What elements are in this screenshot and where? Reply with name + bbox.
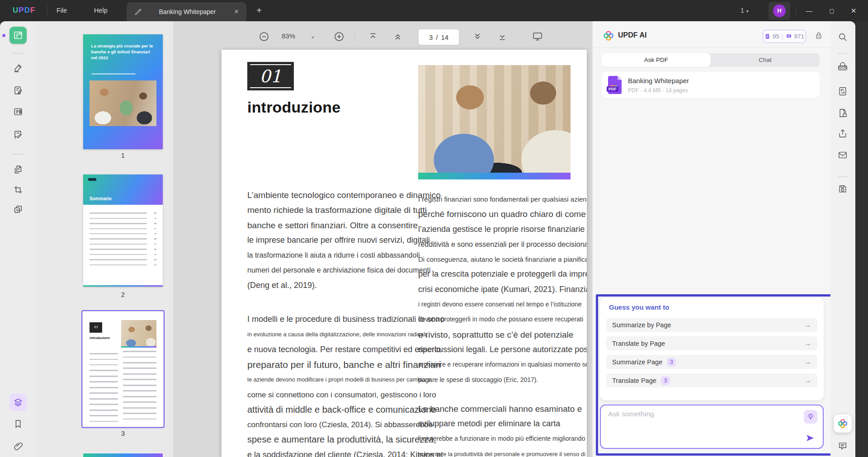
forms-icon bbox=[13, 107, 23, 117]
maximize-button[interactable]: ▢ bbox=[825, 4, 839, 18]
divider bbox=[47, 6, 47, 15]
first-page-button[interactable] bbox=[367, 30, 379, 43]
updf-ai-panel: UPDF AI 95 | 971 Ask PDF Chat PDF bbox=[592, 21, 831, 457]
layers-icon bbox=[13, 397, 23, 407]
save-button[interactable] bbox=[836, 183, 849, 195]
divider bbox=[13, 53, 24, 54]
sidebar-edit-button[interactable] bbox=[9, 82, 27, 99]
text-line: I modelli e le procedure di business tra… bbox=[247, 312, 412, 327]
presentation-mode-button[interactable] bbox=[531, 30, 544, 42]
divider bbox=[593, 47, 831, 48]
sidebar-sign-button[interactable] bbox=[9, 126, 27, 143]
chapter-number-box: 01 bbox=[247, 62, 294, 90]
prompt-ideas-button[interactable] bbox=[804, 410, 817, 424]
thumbnail-page-3[interactable]: 01 introduzione bbox=[83, 312, 163, 426]
sidebar-bookmarks-button[interactable] bbox=[9, 415, 27, 433]
ocr-button[interactable]: OCR bbox=[836, 61, 849, 73]
pen-icon bbox=[134, 7, 143, 16]
thumb2-page-numbers bbox=[154, 212, 156, 269]
suggestion-label: Summarize Page bbox=[612, 358, 662, 366]
search-button[interactable] bbox=[836, 31, 849, 43]
zoom-out-icon bbox=[259, 31, 269, 42]
window-count-dropdown[interactable]: 1▾ bbox=[741, 0, 749, 21]
sidebar-attachments-button[interactable] bbox=[9, 438, 27, 455]
suggestion-summarize-page[interactable]: Summarize Page 3 → bbox=[606, 355, 817, 369]
send-button[interactable] bbox=[804, 432, 816, 444]
zoom-out-button[interactable] bbox=[258, 30, 270, 43]
text-line: spese e aumentare la produttività, la si… bbox=[247, 432, 412, 447]
page-separator: / bbox=[436, 33, 438, 41]
text-line: perché forniscono un quadro chiaro di co… bbox=[418, 207, 579, 221]
thumb3-photo-strip bbox=[121, 346, 156, 348]
sidebar-organize-pages-button[interactable] bbox=[9, 161, 27, 178]
email-button[interactable] bbox=[836, 149, 849, 161]
suggestions-card: Guess you want to Summarize by Page → Tr… bbox=[600, 298, 824, 400]
suggestion-summarize-by-page[interactable]: Summarize by Page → bbox=[606, 318, 817, 332]
thumbnail-page-4[interactable] bbox=[83, 453, 163, 457]
convert-button[interactable] bbox=[836, 85, 849, 98]
zoom-dropdown-button[interactable] bbox=[309, 31, 316, 44]
sidebar-watermark-button[interactable] bbox=[9, 201, 27, 218]
last-page-button[interactable] bbox=[496, 30, 509, 43]
text-line: Le banche commerciali hanno esaminato e bbox=[418, 401, 579, 416]
close-button[interactable]: ✕ bbox=[846, 4, 861, 18]
suggestion-translate-by-page[interactable]: Translate by Page → bbox=[606, 336, 817, 350]
sidebar-thumbnails-button[interactable] bbox=[9, 394, 27, 411]
pdf-badge: PDF bbox=[607, 86, 618, 92]
text-line: L’ambiente tecnologico contemporaneo e d… bbox=[247, 188, 412, 203]
app-window: UPDF File Help Banking Whitepaper ✕ + 1▾… bbox=[0, 0, 868, 457]
file-card[interactable]: PDF Banking Whitepaper PDF · 4.4 MB · 14… bbox=[602, 72, 820, 98]
text-line: come si connettono con i consumatori, ge… bbox=[247, 387, 412, 402]
tab-close-icon[interactable]: ✕ bbox=[232, 7, 241, 16]
arrow-right-icon: → bbox=[804, 377, 811, 385]
account-button[interactable]: H bbox=[769, 2, 790, 20]
share-button[interactable] bbox=[836, 127, 849, 140]
thumb3-text-lines bbox=[90, 353, 118, 422]
minimize-button[interactable]: — bbox=[802, 4, 816, 18]
thumbnail-page-1[interactable]: La strategia più cruciale per le banche … bbox=[83, 34, 163, 149]
lock-icon[interactable] bbox=[814, 31, 823, 40]
thumbnail-page-2[interactable]: Sommario bbox=[83, 174, 163, 287]
ai-assistant-button[interactable] bbox=[834, 415, 852, 433]
document-area: 83% 3 / 14 bbox=[173, 21, 592, 457]
svg-text:OCR: OCR bbox=[839, 66, 847, 69]
chevron-down-icon bbox=[310, 35, 316, 40]
thumbnail-label-3: 3 bbox=[83, 429, 163, 437]
next-page-button[interactable] bbox=[471, 30, 484, 43]
ai-credits-badge[interactable]: 95 | 971 bbox=[763, 30, 806, 43]
menu-help[interactable]: Help bbox=[88, 0, 114, 21]
previous-page-button[interactable] bbox=[392, 30, 404, 43]
text-line: Di conseguenza, aiutano le società finan… bbox=[418, 252, 579, 267]
protect-button[interactable] bbox=[836, 107, 849, 119]
page-current[interactable]: 3 bbox=[429, 33, 433, 41]
ask-input[interactable] bbox=[607, 409, 803, 446]
tab-chat[interactable]: Chat bbox=[711, 53, 820, 67]
new-tab-button[interactable]: + bbox=[253, 5, 265, 17]
zoom-in-icon bbox=[334, 31, 344, 42]
thumbnail-label-1: 1 bbox=[83, 151, 163, 159]
page-number-box[interactable]: 3 / 14 bbox=[418, 29, 459, 45]
menu-file[interactable]: File bbox=[50, 0, 73, 21]
feedback-button[interactable] bbox=[836, 440, 849, 452]
text-line: li aiuterebbe a funzionare in modo più e… bbox=[418, 431, 579, 446]
go-to-top-icon bbox=[368, 32, 378, 42]
suggestion-translate-page[interactable]: Translate Page 3 → bbox=[606, 373, 817, 387]
pdf-page[interactable]: 01 introduzione L’ambiente tecnologico c… bbox=[222, 50, 587, 457]
document-tab[interactable]: Banking Whitepaper ✕ bbox=[127, 2, 246, 21]
ask-input-card bbox=[600, 405, 824, 449]
double-chevron-up-icon bbox=[393, 32, 403, 42]
zoom-in-button[interactable] bbox=[333, 30, 345, 43]
sidebar-reader-button[interactable] bbox=[9, 27, 27, 44]
text-line: archiviare e recuperare informazioni in … bbox=[418, 357, 579, 372]
sidebar-crop-button[interactable] bbox=[9, 181, 27, 198]
updf-ai-clover-icon bbox=[837, 418, 848, 429]
convert-document-icon bbox=[838, 86, 848, 96]
notification-dot bbox=[2, 34, 5, 37]
sidebar-forms-button[interactable] bbox=[9, 103, 27, 120]
watermark-icon bbox=[13, 204, 23, 214]
sidebar-comment-button[interactable] bbox=[9, 59, 27, 76]
chat-credit-count: 971 bbox=[794, 33, 805, 40]
tab-ask-pdf[interactable]: Ask PDF bbox=[602, 53, 711, 67]
right-toolbar: OCR bbox=[830, 21, 855, 457]
thumb2-logo bbox=[88, 178, 96, 181]
